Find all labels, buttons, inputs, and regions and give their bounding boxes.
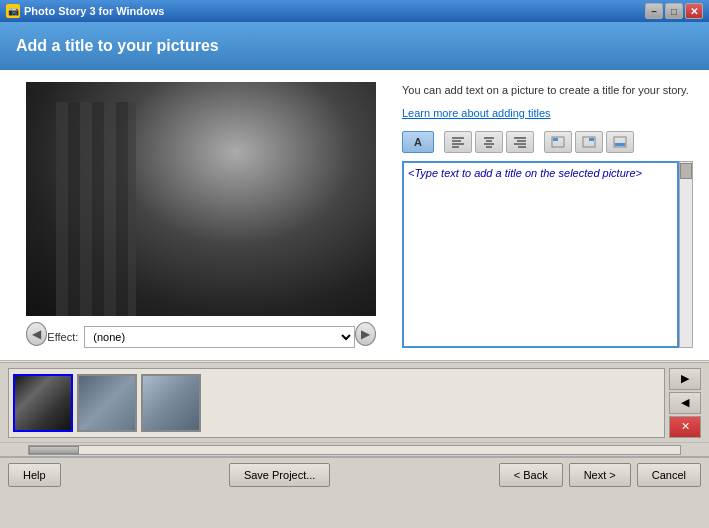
next-button[interactable]: Next > [569,463,631,487]
thumbnail-1[interactable] [13,374,73,432]
minimize-button[interactable]: – [645,3,663,19]
filmstrip-forward-button[interactable]: ▶ [669,368,701,390]
bottom-bar: Help Save Project... < Back Next > Cance… [0,456,709,492]
thumb-image-1 [15,376,71,430]
window-title: Photo Story 3 for Windows [24,5,164,17]
svg-rect-17 [615,143,625,146]
image-navigation: ◀ Effect: (none) ▶ [26,320,376,348]
text-scrollbar[interactable] [679,161,693,349]
align-right-button[interactable] [506,131,534,153]
page-title: Add a title to your pictures [16,37,219,55]
text-area-wrapper: <Type text to add a title on the selecte… [402,161,693,349]
bottom-right-buttons: < Back Next > Cancel [499,463,701,487]
app-icon: 📷 [6,4,20,18]
save-project-button[interactable]: Save Project... [229,463,331,487]
align-center-button[interactable] [475,131,503,153]
maximize-button[interactable]: □ [665,3,683,19]
thumb-image-2 [79,376,135,430]
align-left-button[interactable] [444,131,472,153]
info-description: You can add text on a picture to create … [402,82,693,99]
position-top-right-button[interactable] [575,131,603,153]
thumbnail-2[interactable] [77,374,137,432]
filmstrip-scroll[interactable] [8,368,665,438]
svg-rect-13 [553,138,558,141]
learn-more-link[interactable]: Learn more about adding titles [402,107,693,119]
title-text-input[interactable]: <Type text to add a title on the selecte… [402,161,679,349]
filmstrip-scrollbar-area [0,442,709,456]
thumbnail-3[interactable] [141,374,201,432]
filmstrip-scrollbar-track[interactable] [28,445,681,455]
app-header: Add a title to your pictures [0,22,709,70]
back-button[interactable]: < Back [499,463,563,487]
filmstrip-area: ▶ ◀ ✕ [0,362,709,442]
filmstrip-side-buttons: ▶ ◀ ✕ [669,368,701,438]
position-bottom-button[interactable] [606,131,634,153]
thumb-image-3 [143,376,199,430]
close-button[interactable]: ✕ [685,3,703,19]
filmstrip-back-button[interactable]: ◀ [669,392,701,414]
right-panel: You can add text on a picture to create … [402,82,693,348]
effect-label: Effect: [47,331,78,343]
font-button[interactable]: A [402,131,434,153]
effect-select[interactable]: (none) [84,326,354,348]
effect-row: Effect: (none) [47,326,354,348]
title-bar: 📷 Photo Story 3 for Windows – □ ✕ [0,0,709,22]
photo-background [26,82,376,316]
filmstrip-scrollbar-thumb[interactable] [29,446,79,454]
main-content: ◀ Effect: (none) ▶ You can add text on a… [0,70,709,360]
filmstrip-delete-button[interactable]: ✕ [669,416,701,438]
next-image-button[interactable]: ▶ [355,322,376,346]
cancel-button[interactable]: Cancel [637,463,701,487]
help-button[interactable]: Help [8,463,61,487]
svg-rect-15 [589,138,594,141]
format-toolbar: A [402,131,693,153]
left-panel: ◀ Effect: (none) ▶ [16,82,386,348]
image-preview [26,82,376,316]
prev-image-button[interactable]: ◀ [26,322,47,346]
position-top-left-button[interactable] [544,131,572,153]
